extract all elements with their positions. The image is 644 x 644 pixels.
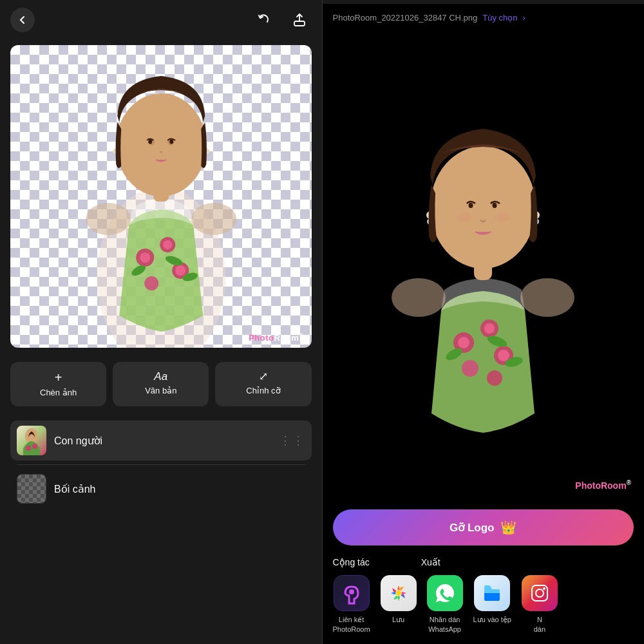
- layer-background[interactable]: Bối cảnh: [10, 469, 312, 509]
- text-icon: Aa: [154, 371, 167, 382]
- svg-point-42: [456, 213, 471, 222]
- svg-point-17: [169, 140, 173, 144]
- canvas-watermark: PhotoRoom®: [249, 332, 303, 343]
- insert-image-button[interactable]: + Chèn ảnh: [10, 362, 106, 406]
- photoroom-app-icon: [334, 575, 370, 611]
- share-section: Cộng tác Xuất Liên kếtPhotoRoom: [323, 552, 645, 644]
- preview-watermark: PhotoRoom®: [575, 479, 631, 491]
- text-button[interactable]: Aa Văn bản: [113, 362, 209, 406]
- app-instagram[interactable]: Ndán: [522, 575, 558, 634]
- photos-app-icon: [381, 575, 417, 611]
- files-app-label: Lưu vào tệp: [473, 615, 511, 624]
- remove-logo-label: Gỡ Logo: [450, 521, 494, 535]
- layer-bg-thumb: [17, 474, 46, 504]
- collaborate-label: Cộng tác: [333, 557, 370, 567]
- svg-point-49: [520, 278, 574, 317]
- left-header: [0, 0, 322, 40]
- svg-point-32: [498, 350, 509, 361]
- svg-point-39: [430, 146, 536, 269]
- photos-app-label: Lưu: [392, 615, 404, 624]
- text-label: Văn bản: [145, 386, 176, 395]
- header-right-icons: [252, 8, 312, 32]
- svg-point-40: [469, 203, 473, 208]
- insert-image-label: Chèn ảnh: [40, 388, 77, 397]
- photoroom-app-label: Liên kếtPhotoRoom: [333, 615, 370, 634]
- svg-point-22: [86, 203, 131, 235]
- svg-point-48: [392, 278, 446, 317]
- layer-person[interactable]: Con người ⋮⋮: [10, 421, 312, 460]
- file-name: PhotoRoom_20221026_32847 CH.png: [333, 13, 478, 23]
- canvas-area[interactable]: PhotoRoom®: [10, 45, 312, 348]
- svg-point-53: [536, 589, 544, 597]
- right-header: PhotoRoom_20221026_32847 CH.png Tùy chọn…: [323, 4, 645, 28]
- instagram-app-label: Ndán: [534, 615, 545, 634]
- undo-button[interactable]: [252, 8, 277, 32]
- svg-point-26: [32, 444, 37, 449]
- svg-point-8: [144, 276, 158, 290]
- svg-point-25: [26, 446, 31, 451]
- preview-area: PhotoRoom®: [323, 28, 645, 503]
- right-panel: PhotoRoom_20221026_32847 CH.png Tùy chọn…: [323, 0, 645, 644]
- layer-divider: [17, 464, 305, 465]
- layer-person-options[interactable]: ⋮⋮: [279, 433, 305, 448]
- layer-person-thumb: [17, 426, 46, 455]
- files-app-icon: [474, 575, 510, 611]
- app-photoroom[interactable]: Liên kếtPhotoRoom: [333, 575, 370, 634]
- app-files[interactable]: Lưu vào tệp: [473, 575, 511, 634]
- resize-button[interactable]: ⤢ Chỉnh cỡ: [215, 362, 311, 406]
- tool-buttons: + Chèn ảnh Aa Văn bản ⤢ Chỉnh cỡ: [0, 353, 322, 415]
- export-button[interactable]: [287, 8, 312, 32]
- watermark-photo: Photo: [575, 480, 601, 490]
- svg-point-7: [175, 265, 185, 276]
- layers-section: Con người ⋮⋮ Bối cảnh: [0, 415, 322, 514]
- svg-point-23: [191, 203, 236, 235]
- svg-point-50: [349, 589, 354, 594]
- svg-point-41: [493, 203, 497, 208]
- back-button[interactable]: [10, 8, 35, 32]
- svg-point-43: [495, 213, 510, 222]
- preview-person-illustration: [335, 91, 631, 439]
- chevron-right-icon: ›: [523, 13, 526, 23]
- svg-rect-0: [294, 21, 305, 26]
- export-label: Xuất: [421, 557, 440, 567]
- resize-icon: ⤢: [259, 371, 268, 382]
- svg-point-54: [543, 587, 545, 590]
- watermark-room: Room: [601, 480, 627, 490]
- remove-logo-button[interactable]: Gỡ Logo 👑: [333, 509, 634, 545]
- app-photos[interactable]: Lưu: [381, 575, 417, 634]
- svg-point-34: [487, 370, 502, 386]
- options-button[interactable]: Tùy chọn: [482, 13, 517, 23]
- svg-point-3: [140, 252, 150, 263]
- whatsapp-app-icon: [427, 575, 463, 611]
- svg-point-30: [484, 323, 495, 334]
- layer-bg-name: Bối cảnh: [54, 483, 305, 495]
- svg-point-33: [462, 360, 478, 377]
- share-apps: Liên kếtPhotoRoom: [333, 575, 634, 634]
- crown-icon: 👑: [500, 520, 516, 535]
- svg-point-28: [458, 337, 469, 348]
- person-illustration: [39, 45, 283, 348]
- svg-point-16: [148, 140, 152, 144]
- plus-icon: +: [55, 371, 62, 384]
- svg-point-51: [396, 591, 401, 596]
- whatsapp-app-label: Nhãn dánWhatsApp: [428, 615, 461, 634]
- instagram-app-icon: [522, 575, 558, 611]
- resize-label: Chỉnh cỡ: [246, 386, 280, 395]
- svg-point-5: [163, 240, 172, 249]
- left-panel: PhotoRoom® + Chèn ảnh Aa Văn bản ⤢ Chỉnh…: [0, 0, 322, 644]
- share-labels: Cộng tác Xuất: [333, 557, 634, 567]
- layer-person-name: Con người: [54, 435, 272, 447]
- svg-point-13: [116, 93, 206, 196]
- app-whatsapp[interactable]: Nhãn dánWhatsApp: [427, 575, 463, 634]
